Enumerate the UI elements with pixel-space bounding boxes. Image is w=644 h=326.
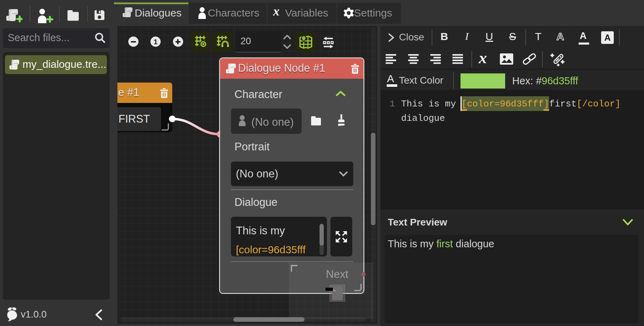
svg-text:A: A bbox=[387, 73, 394, 84]
